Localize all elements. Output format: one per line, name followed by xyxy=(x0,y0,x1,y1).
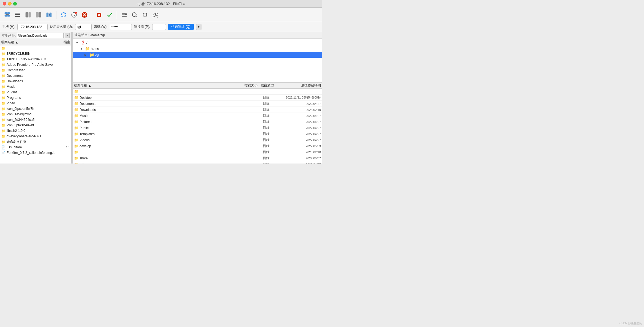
table-row[interactable]: 📁 Desktop 目錄 2023/11/11 08時54分00秒 xyxy=(73,95,322,101)
remote-file-type: 目錄 xyxy=(256,156,276,160)
toolbar-sep-3 xyxy=(117,11,117,19)
table-row[interactable]: 📁 ... 目錄 2023/02/10 xyxy=(73,149,322,155)
file-icon: 📁 xyxy=(1,134,6,138)
svg-rect-1 xyxy=(7,12,10,14)
table-row[interactable]: 📁 Downloads 目錄 2023/02/10 xyxy=(73,107,322,113)
list-item[interactable]: 📁 icon_5ptw1b4uwbf xyxy=(0,122,71,128)
file-name: Adobe Premiere Pro Auto-Save xyxy=(7,63,58,67)
local-path-bar: 本地站台: ▼ xyxy=(0,32,71,39)
remote-pane: 遠端站台: /home/zgl ▼ ❓ / ▼ 📁 home ▶ 📁 zgl xyxy=(73,32,322,164)
remote-file-type: 目錄 xyxy=(256,101,276,106)
site-manager-button[interactable] xyxy=(2,10,12,20)
quick-connect-dropdown[interactable]: ▼ xyxy=(196,24,201,30)
list-item[interactable]: 📁 Video xyxy=(0,100,71,106)
list-item[interactable]: 📁 Music xyxy=(0,84,71,89)
sync-button[interactable] xyxy=(140,10,150,20)
table-row[interactable]: 📁 æ¨¡æ¿ 目錄 2022/04/27 xyxy=(73,161,322,164)
svg-line-42 xyxy=(136,16,137,17)
table-row[interactable]: 📁 Documents 目錄 2022/04/27 xyxy=(73,101,322,107)
table-row[interactable]: 📁 Pictures 目錄 2022/04/27 xyxy=(73,119,322,125)
refresh-button[interactable] xyxy=(59,10,69,20)
file-name: $RECYCLE.BIN xyxy=(7,52,58,56)
svg-rect-16 xyxy=(39,12,41,17)
host-input[interactable] xyxy=(17,24,48,30)
file-name: 未命名文件夾 xyxy=(7,140,58,144)
list-item[interactable]: 📁 icon_0tpcoqn5w7h xyxy=(0,106,71,111)
list-item[interactable]: 📁 Programs xyxy=(0,95,71,100)
remote-file-button[interactable] xyxy=(34,10,43,20)
svg-text:⚙: ⚙ xyxy=(75,12,77,14)
local-path-dropdown[interactable]: ▼ xyxy=(65,33,70,38)
minimize-button[interactable] xyxy=(8,2,12,6)
svg-rect-7 xyxy=(15,13,20,13)
remote-file-name: share xyxy=(80,156,232,160)
table-row[interactable]: 📁 Videos 目錄 2022/04/27 xyxy=(73,137,322,143)
user-input[interactable] xyxy=(75,24,92,30)
file-name: icon_2d344594ca5 xyxy=(7,118,58,122)
tree-row[interactable]: ▼ ❓ / xyxy=(73,40,322,46)
queue-list-button[interactable] xyxy=(119,10,129,20)
local-path-input[interactable] xyxy=(17,33,64,38)
local-path-label: 本地站台: xyxy=(2,33,16,38)
list-item[interactable]: 📁 qt-everywhere-src-6.4.1 xyxy=(0,133,71,139)
process-queue-button[interactable]: ⚙ xyxy=(69,10,79,20)
transfer-button[interactable] xyxy=(44,10,54,20)
local-col-name[interactable]: 檔案名稱 ▲ xyxy=(1,40,59,45)
table-row[interactable]: 📁 share 目錄 2022/05/07 xyxy=(73,155,322,161)
list-item[interactable]: 📁 $RECYCLE.BIN xyxy=(0,51,71,56)
list-item[interactable]: 📁 Adobe Premiere Pro Auto-Save xyxy=(0,62,71,67)
table-row[interactable]: 📁 develop 目錄 2022/05/03 xyxy=(73,143,322,149)
table-row[interactable]: 📁 Templates 目錄 2022/04/27 xyxy=(73,131,322,137)
cancel-button[interactable] xyxy=(80,10,89,20)
file-name: libssh2-1.9.0 xyxy=(7,129,58,133)
remote-col-size[interactable]: 檔案大小 xyxy=(236,83,258,88)
list-item[interactable]: 📁 Plugins xyxy=(0,89,71,95)
toolbar-sep-1 xyxy=(56,11,56,19)
local-col-header: 檔案名稱 ▲ 檔案 xyxy=(0,39,71,45)
list-item[interactable]: 📁 icon_2d344594ca5 xyxy=(0,117,71,122)
reconnect-button[interactable] xyxy=(105,10,114,20)
remote-file-type: 目錄 xyxy=(256,113,276,118)
list-item[interactable]: 📁 Compressed xyxy=(0,67,71,73)
remote-col-name[interactable]: 檔案名稱 ▲ xyxy=(74,83,236,88)
list-item[interactable]: 📁 11091133535374228430.3 xyxy=(0,56,71,62)
remote-path-value: /home/zgl xyxy=(90,33,105,37)
tree-row[interactable]: ▼ 📁 home xyxy=(73,46,322,52)
pass-label: 密碼 (W): xyxy=(94,24,108,29)
table-row[interactable]: 📁 .. xyxy=(73,89,322,95)
remote-file-icon: 📁 xyxy=(74,114,78,118)
pass-input[interactable] xyxy=(110,24,132,30)
tree-folder-icon: 📁 xyxy=(89,53,94,57)
list-item[interactable]: 📁 Downloads xyxy=(0,78,71,84)
file-name: .. xyxy=(7,46,58,50)
remote-file-icon: 📁 xyxy=(74,138,78,142)
close-button[interactable] xyxy=(3,2,6,6)
search-button[interactable] xyxy=(130,10,140,20)
remote-file-icon: 📁 xyxy=(74,162,78,164)
list-item[interactable]: 📁 Documents xyxy=(0,73,71,78)
remote-file-type: 目錄 xyxy=(256,126,276,130)
remote-file-icon: 📁 xyxy=(74,132,78,136)
quick-connect-button[interactable]: 快速連線 (Q) xyxy=(168,24,194,30)
local-file-button[interactable] xyxy=(23,10,33,20)
remote-col-type[interactable]: 檔案類型 xyxy=(258,83,277,88)
list-item[interactable]: 📁 未命名文件夾 xyxy=(0,139,71,145)
tree-row[interactable]: ▶ 📁 zgl xyxy=(73,52,322,58)
file-icon: 📁 xyxy=(1,129,6,133)
list-item[interactable]: 📄 .DS_Store 18, xyxy=(0,145,71,150)
list-item[interactable]: 📁 libssh2-1.9.0 xyxy=(0,128,71,133)
port-input[interactable] xyxy=(152,24,166,30)
file-icon: 📁 xyxy=(1,140,6,144)
stop-button[interactable] xyxy=(94,10,104,20)
list-item[interactable]: 📁 .. xyxy=(0,45,71,51)
table-row[interactable]: 📁 Music 目錄 2022/04/27 xyxy=(73,113,322,119)
local-col-size[interactable]: 檔案 xyxy=(59,40,70,45)
svg-rect-9 xyxy=(15,16,20,17)
message-log-button[interactable] xyxy=(13,10,23,20)
table-row[interactable]: 📁 Public 目錄 2022/04/27 xyxy=(73,125,322,131)
maximize-button[interactable] xyxy=(13,2,17,6)
remote-col-date[interactable]: 最後修改時間 xyxy=(277,83,321,88)
find-button[interactable] xyxy=(151,10,160,20)
list-item[interactable]: 📄 Fenêtre_0.7.2_xclient.info.dmg.is xyxy=(0,150,71,156)
list-item[interactable]: 📁 icon_1a5r9jibx6d xyxy=(0,111,71,117)
